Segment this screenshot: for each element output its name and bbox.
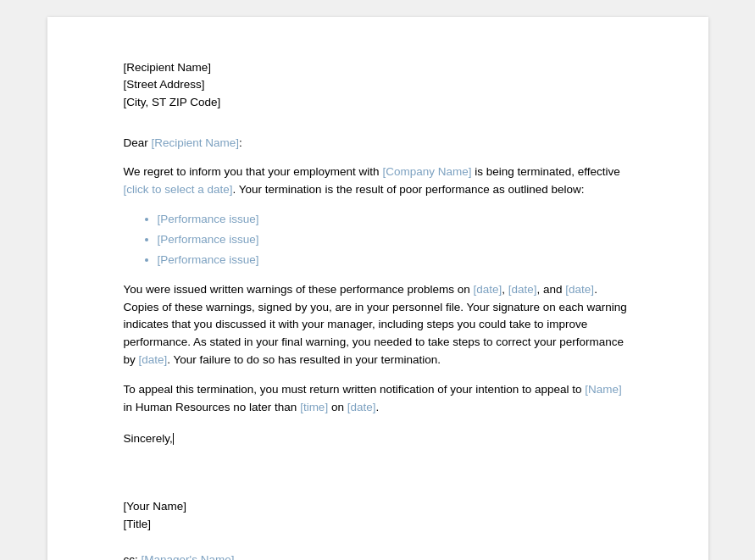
cc-name-placeholder: [Manager's Name] [142,553,235,560]
para1-text-after: . Your termination is the result of poor… [233,183,585,196]
salutation-text: Dear [124,136,152,149]
paragraph-3: To appeal this termination, you must ret… [124,381,632,417]
address-line-1: [Recipient Name] [124,59,632,76]
para3-name-placeholder: [Name] [585,383,622,396]
para3-time-placeholder: [time] [300,401,328,413]
para2-date1: [date] [473,283,502,296]
para3-text-before: To appeal this termination, you must ret… [124,383,586,396]
cc-line: cc: [Manager's Name] [124,552,632,560]
sincerely: Sincerely, [124,430,632,447]
para2-date2: [date] [508,283,537,296]
address-block: [Recipient Name] [Street Address] [City,… [124,59,632,111]
salutation: Dear [Recipient Name]: [124,135,632,152]
text-cursor [173,433,174,445]
signature-block: [Your Name] [Title] [124,498,632,533]
bullet-item-2: [Performance issue] [158,231,632,248]
para2-text-after2: . Your failure to do so has resulted in … [167,353,441,366]
para2-text-before: You were issued written warnings of thes… [124,283,474,296]
salutation-colon: : [239,136,242,149]
para2-sep2: , and [537,283,566,296]
para1-text-middle: is being terminated, effective [471,165,619,178]
para1-text-before: We regret to inform you that your employ… [124,165,383,178]
performance-issues-list: [Performance issue] [Performance issue] … [158,211,632,269]
para3-sep: on [328,401,347,413]
cc-text: cc: [124,553,142,560]
para2-date4: [date] [139,353,168,366]
para3-text-middle: in Human Resources no later than [124,401,301,413]
para2-sep1: , [502,283,508,296]
document-page: [Recipient Name] [Street Address] [City,… [47,17,708,560]
salutation-name-placeholder: [Recipient Name] [152,136,240,149]
address-line-3: [City, ST ZIP Code] [124,94,632,111]
para1-company-placeholder: [Company Name] [382,165,471,178]
address-line-2: [Street Address] [124,76,632,93]
signature-title: [Title] [124,516,632,533]
paragraph-2: You were issued written warnings of thes… [124,281,632,370]
sincerely-text: Sincerely, [124,432,173,445]
para2-date3: [date] [565,283,594,296]
para3-text-after: . [375,401,379,413]
signature-name: [Your Name] [124,498,632,515]
para3-date-placeholder: [date] [347,401,376,413]
paragraph-1: We regret to inform you that your employ… [124,164,632,199]
bullet-item-1: [Performance issue] [158,211,632,228]
para1-date-placeholder: [click to select a date] [124,183,233,196]
bullet-item-3: [Performance issue] [158,252,632,269]
